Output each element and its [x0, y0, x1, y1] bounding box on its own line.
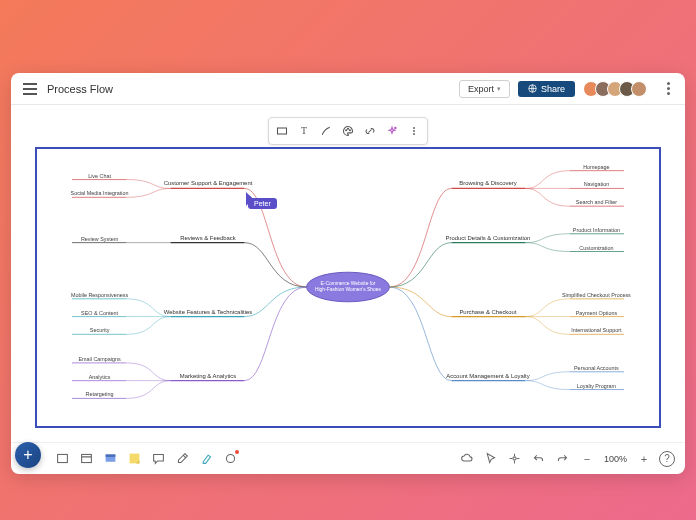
document-title: Process Flow — [47, 83, 113, 95]
shape-tool-icon[interactable] — [271, 120, 293, 142]
svg-point-72 — [226, 454, 234, 462]
canvas[interactable]: E-Commerce Website forHigh-Fashion Women… — [35, 147, 661, 428]
top-bar: Process Flow Export Share — [11, 73, 685, 105]
notifications-icon[interactable] — [221, 450, 239, 468]
link-tool-icon[interactable] — [359, 120, 381, 142]
svg-text:Reviews & Feedback: Reviews & Feedback — [180, 235, 236, 241]
svg-text:SEO & Content: SEO & Content — [81, 310, 118, 316]
bottom-bar: − 100% + ? — [11, 442, 685, 474]
zoom-level: 100% — [604, 454, 627, 464]
svg-text:Account Management & Loyalty: Account Management & Loyalty — [446, 373, 529, 379]
svg-text:Customization: Customization — [579, 245, 613, 251]
svg-text:Marketing & Analytics: Marketing & Analytics — [180, 373, 237, 379]
svg-text:Product Details & Customizatio: Product Details & Customization — [446, 235, 531, 241]
pointer-icon[interactable] — [482, 450, 500, 468]
svg-text:Customer Support & Engagement: Customer Support & Engagement — [164, 180, 253, 186]
svg-point-73 — [513, 457, 516, 460]
svg-text:Retargeting: Retargeting — [86, 391, 114, 397]
pen-tool-icon[interactable] — [315, 120, 337, 142]
svg-point-3 — [346, 130, 347, 131]
menu-icon[interactable] — [21, 80, 39, 98]
svg-point-9 — [413, 133, 415, 135]
svg-text:International Support: International Support — [571, 327, 622, 333]
eyedropper-icon[interactable] — [173, 450, 191, 468]
avatar[interactable] — [631, 81, 647, 97]
svg-text:Personal Accounts: Personal Accounts — [574, 365, 619, 371]
svg-text:Payment Options: Payment Options — [576, 310, 618, 316]
highlighter-icon[interactable] — [197, 450, 215, 468]
svg-rect-70 — [105, 454, 115, 456]
sticky-note-icon[interactable] — [125, 450, 143, 468]
palette-tool-icon[interactable] — [337, 120, 359, 142]
svg-point-4 — [347, 128, 348, 129]
collaborator-cursor: Peter — [248, 198, 277, 209]
snap-icon[interactable] — [506, 450, 524, 468]
svg-rect-1 — [278, 128, 287, 134]
svg-text:Product Information: Product Information — [573, 227, 620, 233]
svg-text:Navigation: Navigation — [584, 181, 610, 187]
svg-text:Homepage: Homepage — [583, 164, 609, 170]
svg-point-5 — [349, 130, 350, 131]
zoom-out-button[interactable]: − — [578, 450, 596, 468]
frames-icon[interactable] — [53, 450, 71, 468]
svg-text:Review System: Review System — [81, 236, 119, 242]
share-button[interactable]: Share — [518, 81, 575, 97]
add-button[interactable]: + — [15, 442, 41, 468]
export-button[interactable]: Export — [459, 80, 510, 98]
more-tools-icon[interactable] — [403, 120, 425, 142]
svg-text:Website Features & Technicalit: Website Features & Technicalities — [164, 309, 252, 315]
collaborator-avatars[interactable] — [587, 81, 647, 97]
svg-text:Mobile Responsiveness: Mobile Responsiveness — [71, 292, 128, 298]
text-tool-icon[interactable]: T — [293, 120, 315, 142]
undo-icon[interactable] — [530, 450, 548, 468]
svg-rect-67 — [81, 454, 91, 462]
svg-text:Security: Security — [90, 327, 110, 333]
svg-text:Purchase & Checkout: Purchase & Checkout — [459, 309, 516, 315]
app-window: Process Flow Export Share T E-Commerce W… — [11, 73, 685, 474]
svg-text:Loyalty Program: Loyalty Program — [577, 383, 617, 389]
ai-tool-icon[interactable] — [381, 120, 403, 142]
comment-icon[interactable] — [149, 450, 167, 468]
cloud-sync-icon[interactable] — [458, 450, 476, 468]
globe-icon — [528, 84, 537, 93]
svg-rect-66 — [57, 454, 67, 462]
svg-text:T: T — [301, 125, 307, 136]
svg-text:Social Media Integration: Social Media Integration — [71, 190, 129, 196]
svg-point-8 — [413, 130, 415, 132]
svg-point-7 — [413, 127, 415, 129]
more-menu-icon[interactable] — [661, 82, 675, 95]
zoom-in-button[interactable]: + — [635, 450, 653, 468]
svg-point-6 — [395, 127, 397, 129]
svg-text:E-Commerce Website forHigh-Fas: E-Commerce Website forHigh-Fashion Women… — [315, 281, 382, 292]
slides-icon[interactable] — [101, 450, 119, 468]
svg-text:Search and Filter: Search and Filter — [576, 199, 617, 205]
svg-text:Simplified Checkout Process: Simplified Checkout Process — [562, 292, 631, 298]
svg-text:Live Chat: Live Chat — [88, 173, 111, 179]
svg-text:Email Campaigns: Email Campaigns — [78, 356, 121, 362]
help-button[interactable]: ? — [659, 451, 675, 467]
layers-icon[interactable] — [77, 450, 95, 468]
mindmap-diagram: E-Commerce Website forHigh-Fashion Women… — [37, 149, 659, 426]
redo-icon[interactable] — [554, 450, 572, 468]
svg-text:Browsing & Discovery: Browsing & Discovery — [459, 180, 516, 186]
svg-text:Analytics: Analytics — [89, 374, 111, 380]
formatting-toolbar: T — [268, 117, 428, 145]
